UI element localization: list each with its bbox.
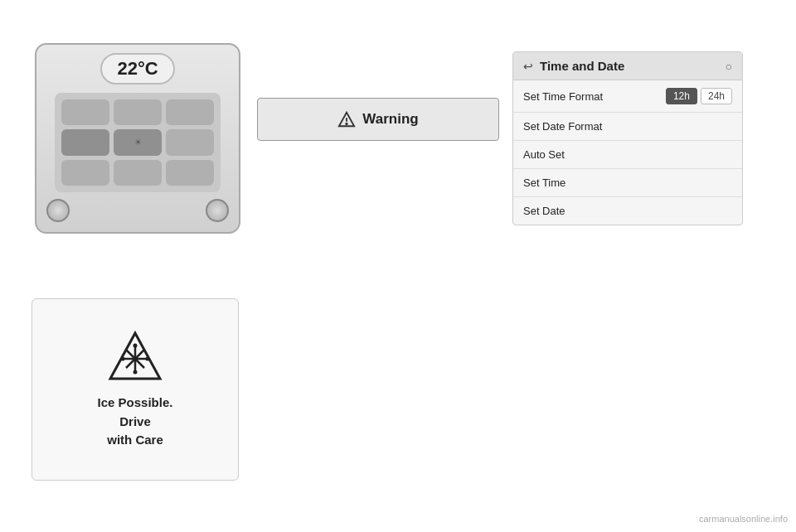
row-label-time-format: Set Time Format [523, 90, 603, 103]
screen-icon-5: ☀ [114, 129, 162, 155]
car-infotainment-panel: 22°C ☀ [35, 43, 240, 234]
search-icon[interactable]: ○ [726, 60, 732, 73]
svg-point-10 [146, 357, 150, 361]
infotainment-screen: ☀ [55, 93, 221, 192]
svg-point-9 [121, 357, 125, 361]
svg-point-8 [133, 370, 138, 375]
row-label-date-format: Set Date Format [523, 120, 602, 133]
row-label-set-date: Set Date [523, 205, 565, 217]
right-knob[interactable] [206, 199, 229, 222]
ice-text: Ice Possible. Drive with Care [98, 394, 173, 450]
screen-icon-7 [61, 160, 109, 186]
row-set-time-format: Set Time Format 12h 24h [513, 80, 742, 113]
screen-icon-4 [61, 129, 109, 155]
panel-header: ↩ Time and Date ○ [513, 52, 742, 80]
back-icon[interactable]: ↩ [523, 60, 533, 73]
screen-icon-3 [166, 99, 214, 125]
warning-label: Warning [362, 111, 418, 128]
panel-header-left: ↩ Time and Date [523, 59, 624, 73]
temperature-display: 22°C [100, 53, 174, 85]
ice-composite-icon [106, 329, 164, 387]
screen-icon-9 [166, 160, 214, 186]
warning-box: Warning [257, 98, 499, 141]
row-set-date[interactable]: Set Date [513, 197, 742, 225]
warning-triangle-icon [337, 110, 356, 128]
panel-title: Time and Date [540, 59, 624, 73]
svg-point-1 [347, 123, 347, 124]
screen-icon-1 [61, 99, 109, 125]
ice-warning-panel: Ice Possible. Drive with Care [32, 298, 239, 481]
btn-12h[interactable]: 12h [666, 88, 697, 104]
row-set-date-format[interactable]: Set Date Format [513, 113, 742, 141]
row-set-time[interactable]: Set Time [513, 169, 742, 197]
ice-svg-icon [106, 329, 164, 387]
svg-point-7 [133, 344, 138, 348]
left-knob[interactable] [46, 199, 70, 222]
screen-icon-6 [166, 129, 214, 155]
row-label-set-time: Set Time [523, 177, 565, 189]
car-controls-bar [46, 199, 229, 222]
btn-24h[interactable]: 24h [701, 88, 732, 104]
row-label-auto-set: Auto Set [523, 148, 565, 161]
time-format-buttons: 12h 24h [666, 88, 732, 104]
ice-icon-area [106, 329, 164, 387]
screen-icon-8 [114, 160, 162, 186]
time-date-panel: ↩ Time and Date ○ Set Time Format 12h 24… [512, 51, 743, 225]
screen-icon-2 [114, 99, 162, 125]
row-auto-set[interactable]: Auto Set [513, 141, 742, 169]
watermark: carmanualsonline.info [699, 514, 788, 524]
